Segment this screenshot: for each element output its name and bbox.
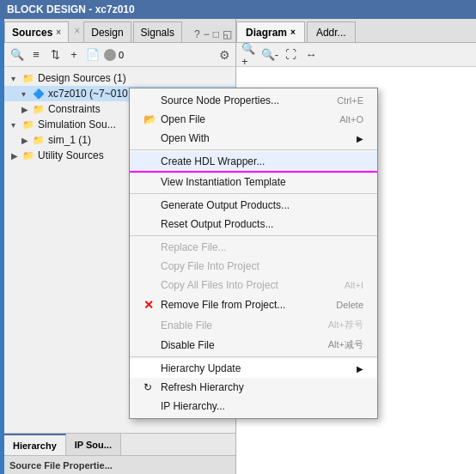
zoom-full-icon[interactable]: ↔ bbox=[303, 47, 319, 63]
menu-reset-output[interactable]: Reset Output Products... bbox=[130, 215, 377, 234]
menu-copy-file-label: Copy File Into Project bbox=[161, 260, 259, 272]
folder-icon-design-sources: 📁 bbox=[21, 72, 35, 84]
open-file-shortcut: Alt+O bbox=[339, 114, 363, 125]
menu-generate-output[interactable]: Generate Output Products... bbox=[130, 196, 377, 215]
menu-copy-all-files: Copy All Files Into Project Alt+I bbox=[130, 276, 377, 295]
bottom-tab-ip-sources[interactable]: IP Sou... bbox=[66, 434, 121, 455]
tab-sources-close[interactable]: × bbox=[56, 27, 61, 37]
separator-3 bbox=[130, 235, 377, 236]
arrow-utility: ▶ bbox=[11, 151, 21, 161]
enable-file-shortcut: Alt+荐号 bbox=[328, 319, 363, 331]
left-panel: Sources × × Design Signals ? − □ ◱ 🔍 ≡ ⇅… bbox=[4, 19, 236, 474]
tab-design[interactable]: Design bbox=[83, 21, 131, 42]
gear-icon[interactable]: ⚙ bbox=[219, 48, 230, 62]
arrow-sim1: ▶ bbox=[21, 136, 32, 145]
disable-file-shortcut: Alt+减号 bbox=[328, 338, 363, 351]
float-icon[interactable]: ◱ bbox=[223, 28, 232, 40]
remove-file-icon: ✕ bbox=[143, 298, 157, 312]
title-text: BLOCK DESIGN - xc7z010 bbox=[7, 3, 135, 15]
menu-refresh-hierarchy[interactable]: ↻ Refresh Hierarchy bbox=[130, 378, 377, 397]
copy-all-files-shortcut: Alt+I bbox=[345, 280, 363, 290]
title-bar: BLOCK DESIGN - xc7z010 bbox=[0, 0, 476, 19]
open-with-arrow: ▶ bbox=[357, 134, 363, 143]
tab-signals[interactable]: Signals bbox=[133, 21, 182, 42]
menu-create-hdl-label: Create HDL Wrapper... bbox=[161, 155, 265, 167]
label-constraints: Constraints bbox=[48, 103, 101, 115]
menu-disable-file[interactable]: Disable File Alt+减号 bbox=[130, 335, 377, 355]
menu-open-with[interactable]: Open With ▶ bbox=[130, 129, 377, 148]
menu-ip-hierarchy[interactable]: IP Hierarchy... bbox=[130, 397, 377, 416]
folder-icon-sim1: 📁 bbox=[32, 134, 46, 146]
hierarchy-update-arrow: ▶ bbox=[357, 364, 363, 374]
separator-1 bbox=[130, 149, 377, 150]
menu-refresh-hierarchy-label: Refresh Hierarchy bbox=[161, 381, 244, 393]
source-file-bar: Source File Propertie... bbox=[4, 455, 235, 474]
restore-icon[interactable]: □ bbox=[213, 28, 219, 40]
fit-window-icon[interactable]: ⛶ bbox=[283, 47, 298, 63]
bottom-tab-bar: Hierarchy IP Sou... bbox=[4, 433, 235, 455]
arrow-xc7z010: ▾ bbox=[21, 89, 32, 99]
file-icon[interactable]: 📄 bbox=[85, 47, 101, 63]
folder-icon-utility: 📁 bbox=[21, 149, 35, 161]
search-icon[interactable]: 🔍 bbox=[9, 47, 25, 63]
separator-2 bbox=[130, 193, 377, 194]
expand-all-icon[interactable]: ≡ bbox=[28, 47, 44, 63]
zoom-in-icon[interactable]: 🔍+ bbox=[241, 47, 257, 63]
menu-replace-file-label: Replace File... bbox=[161, 241, 227, 253]
menu-hierarchy-update[interactable]: Hierarchy Update ▶ bbox=[130, 359, 377, 378]
label-design-sources: Design Sources (1) bbox=[38, 72, 126, 84]
menu-remove-file[interactable]: ✕ Remove File from Project... Delete bbox=[130, 295, 377, 315]
tab-addr[interactable]: Addr... bbox=[307, 21, 356, 42]
menu-hierarchy-update-label: Hierarchy Update bbox=[161, 362, 241, 374]
menu-source-node-props-label: Source Node Properties... bbox=[161, 94, 279, 106]
source-node-props-shortcut: Ctrl+E bbox=[337, 95, 363, 106]
menu-enable-file: Enable File Alt+荐号 bbox=[130, 315, 377, 335]
menu-view-instantiation[interactable]: View Instantiation Template bbox=[130, 173, 377, 191]
badge-area: 0 bbox=[104, 49, 124, 61]
menu-source-node-props[interactable]: Source Node Properties... Ctrl+E bbox=[130, 91, 377, 110]
tab-diagram[interactable]: Diagram × bbox=[236, 21, 305, 42]
folder-icon-constraints: 📁 bbox=[32, 103, 46, 115]
remove-file-shortcut: Delete bbox=[336, 300, 363, 310]
arrow-constraints: ▶ bbox=[21, 105, 32, 114]
help-icon[interactable]: ? bbox=[194, 28, 200, 40]
menu-remove-file-label: Remove File from Project... bbox=[161, 299, 285, 311]
minimize-icon[interactable]: − bbox=[204, 28, 210, 40]
separator-4 bbox=[130, 356, 377, 357]
menu-create-hdl-wrapper[interactable]: Create HDL Wrapper... bbox=[130, 152, 377, 173]
menu-disable-file-label: Disable File bbox=[161, 339, 215, 351]
tree-item-design-sources[interactable]: ▾ 📁 Design Sources (1) bbox=[4, 70, 235, 86]
folder-icon-sim-sources: 📁 bbox=[21, 118, 35, 131]
tab-diagram-close[interactable]: × bbox=[290, 27, 296, 37]
menu-reset-output-label: Reset Output Products... bbox=[161, 218, 273, 230]
menu-replace-file: Replace File... bbox=[130, 238, 377, 257]
badge-count: 0 bbox=[119, 50, 124, 60]
arrow-design-sources: ▾ bbox=[11, 74, 21, 83]
label-utility: Utility Sources bbox=[38, 149, 104, 161]
left-tab-bar: Sources × × Design Signals ? − □ ◱ bbox=[4, 19, 235, 43]
badge-circle bbox=[104, 49, 116, 61]
menu-generate-output-label: Generate Output Products... bbox=[161, 199, 290, 211]
arrow-sim-sources: ▾ bbox=[11, 120, 21, 130]
menu-open-file-label: Open File bbox=[161, 113, 205, 125]
right-tab-bar: Diagram × Addr... bbox=[236, 19, 476, 43]
tab-bar-actions: ? − □ ◱ bbox=[194, 28, 235, 42]
add-icon[interactable]: + bbox=[66, 47, 82, 63]
menu-enable-file-label: Enable File bbox=[161, 319, 212, 331]
left-toolbar: 🔍 ≡ ⇅ + 📄 0 ⚙ bbox=[4, 43, 235, 67]
open-file-icon: 📂 bbox=[143, 113, 157, 125]
menu-copy-all-files-label: Copy All Files Into Project bbox=[161, 279, 278, 291]
tab-divider: × bbox=[70, 21, 83, 40]
tab-sources[interactable]: Sources × bbox=[4, 21, 69, 42]
label-sim1: sim_1 (1) bbox=[48, 134, 91, 146]
menu-view-instantiation-label: View Instantiation Template bbox=[161, 176, 286, 188]
menu-open-file[interactable]: 📂 Open File Alt+O bbox=[130, 110, 377, 129]
menu-ip-hierarchy-label: IP Hierarchy... bbox=[161, 400, 225, 412]
sort-icon[interactable]: ⇅ bbox=[47, 47, 63, 63]
zoom-out-icon[interactable]: 🔍- bbox=[262, 47, 278, 63]
menu-open-with-label: Open With bbox=[161, 132, 210, 144]
chip-icon-xc7z010: 🔷 bbox=[32, 88, 46, 100]
bottom-tab-hierarchy[interactable]: Hierarchy bbox=[4, 434, 66, 455]
menu-copy-file: Copy File Into Project bbox=[130, 257, 377, 276]
label-sim-sources: Simulation Sou... bbox=[38, 118, 116, 131]
